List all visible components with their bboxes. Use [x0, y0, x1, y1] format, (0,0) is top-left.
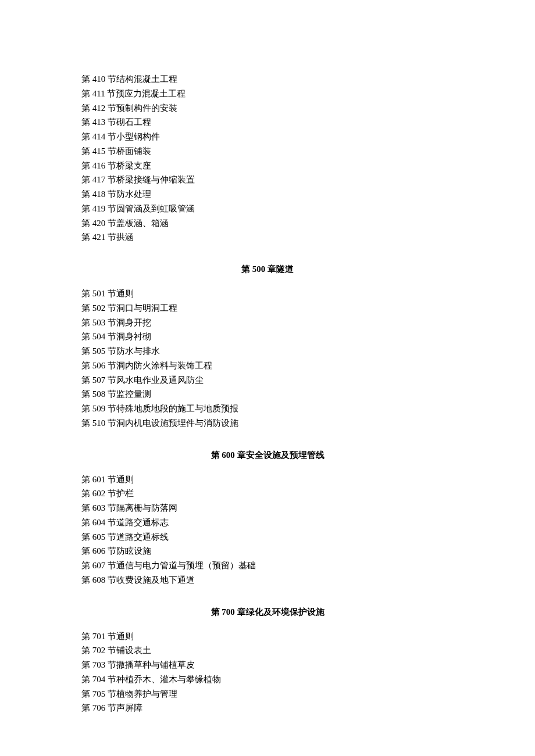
toc-item: 第 420 节盖板涵、箱涵	[81, 216, 454, 231]
toc-item: 第 506 节洞内防火涂料与装饰工程	[81, 359, 454, 373]
toc-item: 第 607 节通信与电力管道与预埋（预留）基础	[81, 558, 454, 573]
toc-item: 第 604 节道路交通标志	[81, 515, 454, 530]
chapter-500-heading: 第 500 章隧道	[81, 262, 454, 276]
toc-item: 第 411 节预应力混凝土工程	[81, 87, 454, 101]
toc-item: 第 502 节洞口与明洞工程	[81, 301, 454, 316]
chapter-700-heading: 第 700 章绿化及环境保护设施	[81, 605, 454, 619]
toc-item: 第 704 节种植乔木、灌木与攀缘植物	[81, 672, 454, 687]
heading-num: 600	[220, 450, 237, 460]
toc-item: 第 705 节植物养护与管理	[81, 687, 454, 701]
toc-item: 第 508 节监控量测	[81, 387, 454, 402]
toc-item: 第 603 节隔离栅与防落网	[81, 501, 454, 515]
toc-item: 第 417 节桥梁接缝与伸缩装置	[81, 173, 454, 187]
toc-item: 第 410 节结构混凝土工程	[81, 72, 454, 87]
toc-item: 第 702 节铺设表土	[81, 643, 454, 658]
toc-item: 第 413 节砌石工程	[81, 115, 454, 130]
toc-item: 第 606 节防眩设施	[81, 544, 454, 558]
section-600-items: 第 601 节通则 第 602 节护栏 第 603 节隔离栅与防落网 第 604…	[81, 472, 454, 587]
section-500-items: 第 501 节通则 第 502 节洞口与明洞工程 第 503 节洞身开挖 第 5…	[81, 286, 454, 431]
toc-item: 第 510 节洞内机电设施预埋件与消防设施	[81, 416, 454, 431]
toc-item: 第 706 节声屏障	[81, 701, 454, 715]
toc-item: 第 415 节桥面铺装	[81, 144, 454, 159]
toc-item: 第 507 节风水电作业及通风防尘	[81, 373, 454, 388]
toc-item: 第 601 节通则	[81, 472, 454, 487]
toc-item: 第 703 节撒播草种与铺植草皮	[81, 658, 454, 672]
heading-num: 500	[250, 264, 268, 274]
heading-prefix: 第	[211, 450, 220, 460]
toc-item: 第 414 节小型钢构件	[81, 130, 454, 144]
toc-item: 第 412 节预制构件的安装	[81, 101, 454, 116]
toc-item: 第 419 节圆管涵及到虹吸管涵	[81, 202, 454, 216]
heading-num: 700	[220, 607, 237, 617]
toc-item: 第 501 节通则	[81, 286, 454, 301]
heading-suffix: 章隧道	[268, 264, 294, 274]
heading-suffix: 章绿化及环境保护设施	[237, 607, 324, 617]
toc-item: 第 418 节防水处理	[81, 187, 454, 202]
toc-item: 第 504 节洞身衬砌	[81, 329, 454, 344]
heading-suffix: 章安全设施及预埋管线	[237, 450, 324, 460]
toc-item: 第 608 节收费设施及地下通道	[81, 573, 454, 587]
toc-item: 第 509 节特殊地质地段的施工与地质预报	[81, 402, 454, 416]
toc-item: 第 503 节洞身开挖	[81, 316, 454, 330]
toc-item: 第 701 节通则	[81, 629, 454, 644]
heading-prefix: 第	[241, 264, 250, 274]
toc-item: 第 416 节桥梁支座	[81, 159, 454, 173]
toc-item: 第 421 节拱涵	[81, 230, 454, 245]
toc-item: 第 602 节护栏	[81, 486, 454, 501]
section-400-items: 第 410 节结构混凝土工程 第 411 节预应力混凝土工程 第 412 节预制…	[81, 72, 454, 245]
toc-item: 第 505 节防水与排水	[81, 344, 454, 359]
toc-item: 第 605 节道路交通标线	[81, 530, 454, 544]
heading-prefix: 第	[211, 607, 220, 617]
chapter-600-heading: 第 600 章安全设施及预埋管线	[81, 448, 454, 462]
section-700-items: 第 701 节通则 第 702 节铺设表土 第 703 节撒播草种与铺植草皮 第…	[81, 629, 454, 716]
document-page: 第 410 节结构混凝土工程 第 411 节预应力混凝土工程 第 412 节预制…	[0, 0, 535, 756]
